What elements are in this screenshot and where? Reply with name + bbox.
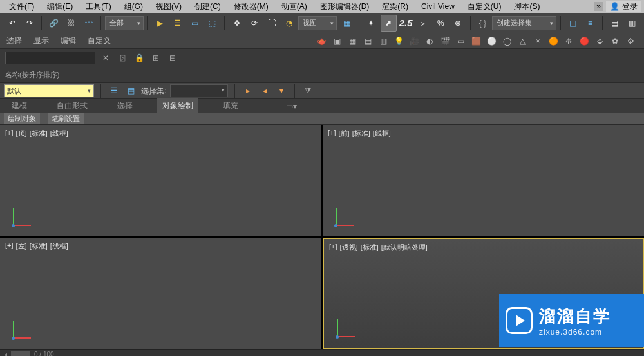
- selection-set-combo[interactable]: [170, 84, 228, 97]
- remove-sel-icon[interactable]: ◂: [258, 84, 271, 97]
- rotate-icon[interactable]: ⟳: [246, 15, 262, 32]
- menu-file[interactable]: 文件(F): [3, 1, 41, 12]
- watermark-banner: 溜溜自学 zixue.3d66.com: [499, 294, 644, 347]
- menu-tools[interactable]: 工具(T): [79, 1, 117, 12]
- gizmo-icon: [9, 317, 35, 342]
- angle-snap-icon[interactable]: ⦠: [415, 15, 431, 32]
- selection-filter-combo[interactable]: 全部: [105, 16, 144, 30]
- viewport-top[interactable]: [+][顶][标准][线框]: [0, 125, 321, 236]
- plane-icon[interactable]: ▭: [453, 34, 468, 48]
- subtab-select[interactable]: 选择: [6, 35, 22, 46]
- menu-custom[interactable]: 自定义(U): [461, 1, 508, 12]
- ribbon-tab-freeform[interactable]: 自由形式: [52, 98, 93, 113]
- panel-2-icon[interactable]: ▦: [345, 34, 359, 48]
- bread-icon[interactable]: 🟫: [469, 34, 483, 48]
- funnel-icon[interactable]: ⧩: [301, 84, 314, 97]
- named-selection-combo[interactable]: 创建选择集: [492, 16, 556, 30]
- subtab-custom[interactable]: 自定义: [88, 35, 111, 46]
- menu-view[interactable]: 视图(V): [149, 1, 188, 12]
- manipulate-icon[interactable]: ✦: [363, 15, 379, 32]
- panel-4-icon[interactable]: ▥: [376, 34, 390, 48]
- subtab-display[interactable]: 显示: [33, 35, 49, 46]
- menu-script[interactable]: 脚本(S): [507, 1, 546, 12]
- selection-set-label: 选择集:: [141, 86, 166, 97]
- layers-stack-icon[interactable]: ☰: [108, 84, 120, 97]
- sphere-icon[interactable]: ⚪: [484, 34, 498, 48]
- lock-icon[interactable]: 🔒: [133, 52, 146, 64]
- ribbon-tab-fill[interactable]: 填充: [218, 98, 243, 113]
- undo-icon[interactable]: ↶: [4, 15, 20, 32]
- viewport-left[interactable]: [+][左][标准][线框]: [0, 238, 321, 349]
- snap-toggle-icon[interactable]: ⬈: [381, 15, 397, 32]
- panel-1-icon[interactable]: ▣: [330, 34, 344, 48]
- plant-icon[interactable]: ✿: [608, 34, 622, 48]
- unlink-icon[interactable]: ⛓: [63, 15, 79, 32]
- light-1-icon[interactable]: 💡: [392, 34, 406, 48]
- mirror-icon[interactable]: ◫: [565, 15, 581, 32]
- time-slider-bar[interactable]: ◂ 0 / 100: [0, 349, 644, 356]
- spinner-snap-icon[interactable]: ⊕: [450, 15, 466, 32]
- sun-icon[interactable]: ☀: [531, 34, 545, 48]
- name-search-input[interactable]: [5, 52, 95, 64]
- menu-anim[interactable]: 动画(A): [275, 1, 314, 12]
- ribbon-tab-model[interactable]: 建模: [6, 98, 32, 113]
- curve-editor-icon[interactable]: ▥: [624, 15, 640, 32]
- select-name-icon[interactable]: ☰: [169, 15, 185, 32]
- pyramid-icon[interactable]: ⬙: [592, 34, 607, 48]
- menu-civil[interactable]: Civil View: [415, 2, 461, 11]
- select-arrow-icon[interactable]: ▶: [152, 15, 168, 32]
- red-sphere-icon[interactable]: 🔴: [577, 34, 591, 48]
- align-icon[interactable]: ≡: [582, 15, 598, 32]
- percent-snap-icon[interactable]: %: [433, 15, 449, 32]
- menu-edit[interactable]: 编辑(E): [41, 1, 79, 12]
- slider-left-icon[interactable]: ◂: [4, 351, 7, 356]
- tree-1-icon[interactable]: ⊞: [149, 52, 162, 64]
- tree-2-icon[interactable]: ⊟: [166, 52, 179, 64]
- move-icon[interactable]: ✥: [229, 15, 245, 32]
- menu-modifier[interactable]: 修改器(M): [227, 1, 275, 12]
- pivot-center-icon[interactable]: ▦: [338, 15, 354, 32]
- slate-icon[interactable]: 🎬: [438, 34, 452, 48]
- ribbon-mini-icon[interactable]: ▭▾: [281, 100, 302, 113]
- ref-coord-combo[interactable]: 视图: [298, 16, 337, 30]
- ball-icon[interactable]: 🟠: [546, 34, 560, 48]
- panel-3-icon[interactable]: ▤: [361, 34, 375, 48]
- layer-explorer-icon[interactable]: ▤: [607, 15, 623, 32]
- link-icon[interactable]: 🔗: [46, 15, 62, 32]
- subtab-edit[interactable]: 编辑: [61, 35, 76, 46]
- subribbon-brush[interactable]: 笔刷设置: [48, 113, 84, 124]
- gear-icon[interactable]: ⚙: [623, 34, 638, 48]
- default-layer-combo[interactable]: 默认: [4, 84, 94, 97]
- viewport-front[interactable]: [+][前][标准][线框]: [323, 125, 644, 236]
- subribbon-paint[interactable]: 绘制对象: [4, 113, 40, 124]
- scale-icon[interactable]: ⛶: [263, 15, 279, 32]
- watermark-url: zixue.3d66.com: [539, 328, 611, 337]
- teapot-icon[interactable]: 🫖: [314, 34, 328, 48]
- menu-create[interactable]: 创建(C): [188, 1, 227, 12]
- menu-render[interactable]: 渲染(R): [375, 1, 415, 12]
- select-rect-icon[interactable]: ▭: [187, 15, 203, 32]
- select-window-icon[interactable]: ⬚: [204, 15, 220, 32]
- particles-icon[interactable]: ❉: [562, 34, 576, 48]
- add-sel-icon[interactable]: ▸: [242, 84, 254, 97]
- menu-overflow-icon[interactable]: »: [594, 2, 603, 11]
- named-sets-icon[interactable]: { }: [475, 15, 491, 32]
- highlight-sel-icon[interactable]: ▾: [275, 84, 288, 97]
- redo-icon[interactable]: ↷: [21, 15, 37, 32]
- bind-space-icon[interactable]: 〰: [80, 15, 97, 32]
- filter-search-icon[interactable]: ⍄: [116, 52, 129, 64]
- moon-icon[interactable]: ◐: [422, 34, 437, 48]
- cone-icon[interactable]: △: [515, 34, 529, 48]
- layer-props-icon[interactable]: ▤: [124, 84, 137, 97]
- snap-25-icon[interactable]: 2.5: [398, 15, 414, 32]
- placement-icon[interactable]: ◔: [281, 15, 297, 32]
- ribbon-tab-objpaint[interactable]: 对象绘制: [157, 98, 198, 113]
- clear-search-icon[interactable]: ✕: [99, 52, 112, 64]
- menu-group[interactable]: 组(G): [118, 1, 149, 12]
- ribbon-tab-select[interactable]: 选择: [112, 98, 138, 113]
- slider-thumb[interactable]: [11, 351, 30, 357]
- torus-icon[interactable]: ◯: [500, 34, 514, 48]
- menu-graph[interactable]: 图形编辑器(D): [314, 1, 376, 12]
- login-button[interactable]: 👤 登录: [606, 1, 641, 12]
- camera-icon[interactable]: 🎥: [407, 34, 421, 48]
